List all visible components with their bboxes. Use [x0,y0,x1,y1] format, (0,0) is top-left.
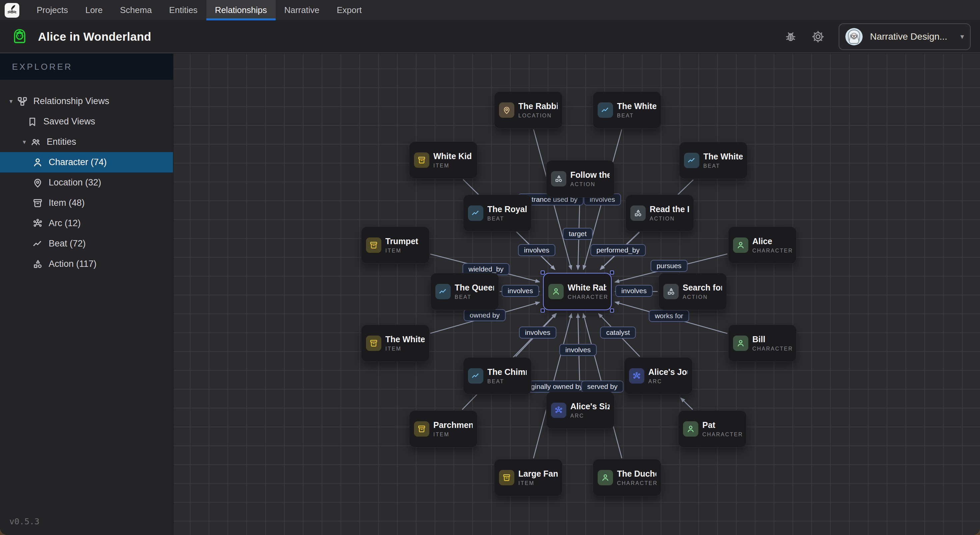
sidebar-item-arc-12[interactable]: Arc (12) [0,213,173,233]
node-title: White Kid Glov... [433,152,473,161]
node-type: ITEM [433,163,473,169]
sidebar-item-action-117[interactable]: Action (117) [0,254,173,274]
graph-node-wr-item[interactable]: The White Rab...ITEM [361,324,430,362]
selection-handle[interactable] [610,308,614,313]
nav-items: ProjectsLoreSchemaEntitiesRelationshipsN… [28,0,370,20]
graph-node-wr-beat-top[interactable]: The White Rab...BEAT [593,91,661,129]
graph-node-alices-journey[interactable]: Alice's Journe...ARC [624,357,693,394]
sidebar-item-label: Item (48) [49,198,85,208]
graph-node-read-the-form[interactable]: Read the Form...ACTION [625,195,694,232]
graph-node-white-rabbit[interactable]: White RabbitCHARACTER [543,273,612,310]
person-icon [683,421,698,437]
caret-down-icon[interactable]: ▾ [19,138,30,146]
settings-gear-icon[interactable] [811,30,825,43]
nav-tab-projects[interactable]: Projects [28,0,77,20]
graph-node-pat[interactable]: PatCHARACTER [678,410,747,448]
graph-node-duchess[interactable]: The DuchessCHARACTER [593,459,661,496]
trend-icon [468,206,483,221]
page-title: Alice in Wonderland [38,30,151,43]
sidebar-item-relationship-views[interactable]: ▾Relationship Views [0,91,173,112]
graph-node-white-kid-gloves[interactable]: White Kid Glov...ITEM [409,141,478,179]
sidebar-item-saved-views[interactable]: Saved Views [0,112,173,132]
sidebar-item-item-48[interactable]: Item (48) [0,193,173,213]
nav-tab-export[interactable]: Export [328,0,370,20]
selection-handle[interactable] [610,270,614,275]
graph-node-follow-the-white[interactable]: Follow the Whi...ACTION [546,160,615,198]
app-logo[interactable] [5,3,19,18]
person-icon [548,284,564,299]
node-type: ITEM [385,248,418,254]
sidebar-item-label: Action (117) [49,259,97,269]
graph-node-royal-procession[interactable]: The Royal Proc...BEAT [463,195,532,232]
graph-node-wr-beat-right[interactable]: The White Rab...BEAT [679,142,748,179]
sidebar-item-entities[interactable]: ▾Entities [0,132,173,152]
node-type: CHARACTER [752,248,792,254]
nav-tab-entities[interactable]: Entities [160,0,206,20]
users-icon [30,136,41,148]
workspace-dropdown[interactable]: Narrative Design... ▾ [838,23,970,50]
node-type: CHARACTER [617,480,656,486]
person-icon [733,238,748,253]
nav-tab-schema[interactable]: Schema [111,0,160,20]
shapes-icon [551,171,566,187]
node-title: Large Fan [518,469,558,479]
node-type: BEAT [487,216,527,222]
box-icon [366,335,381,351]
node-title: Trumpet [385,236,418,246]
graph-node-bill[interactable]: BillCHARACTER [728,324,797,362]
bug-icon[interactable] [784,30,797,43]
quill-book-logo-icon [6,3,18,18]
node-type: BEAT [455,294,494,300]
trend-icon [684,153,699,168]
node-title: Search for Fan... [682,283,722,292]
selection-handle[interactable] [541,308,545,313]
graph-node-chimney[interactable]: The Chimney I...BEAT [463,357,532,394]
graph-node-search-for-fan[interactable]: Search for Fan...ACTION [658,273,727,310]
app-version: v0.5.3 [10,517,39,526]
node-type: LOCATION [518,113,558,119]
user-avatar [845,28,863,45]
caret-down-icon[interactable]: ▾ [5,97,17,105]
node-type: BEAT [617,113,656,119]
sidebar-item-label: Arc (12) [49,218,81,228]
person-icon [733,335,748,351]
sidebar-item-character-74[interactable]: Character (74) [0,152,173,172]
graph-node-rabbit-hole[interactable]: The Rabbit HoleLOCATION [494,91,563,129]
box-icon [32,198,43,209]
node-title: The Queen's C... [455,283,494,292]
explorer-sidebar: EXPLORER ▾Relationship ViewsSaved Views▾… [0,54,173,535]
node-type: CHARACTER [752,346,792,352]
graph-canvas[interactable]: entrance used byinvolvestargetinvolvespe… [173,54,980,535]
graph-node-alice[interactable]: AliceCHARACTER [728,227,797,264]
pin-icon [499,102,514,118]
node-title: The Rabbit Hole [518,101,558,111]
nav-tab-lore[interactable]: Lore [77,0,111,20]
node-title: The Duchess [617,469,656,479]
graph-node-parchment[interactable]: Parchment Scr...ITEM [409,410,478,448]
sidebar-item-location-32[interactable]: Location (32) [0,172,173,193]
pin-icon [32,177,43,188]
trend-icon [598,102,613,118]
nav-tab-relationships[interactable]: Relationships [206,0,276,20]
graph-node-queens-croquet[interactable]: The Queen's C...BEAT [430,273,499,310]
person-icon [32,157,43,168]
sidebar-item-label: Beat (72) [49,238,86,249]
node-title: Read the Form... [650,204,689,214]
shapes-icon [630,206,646,221]
node-type: ITEM [433,431,473,438]
graph-node-alices-size[interactable]: Alice's Size Cri...ARC [546,391,615,429]
node-type: CHARACTER [702,431,742,438]
chevron-down-icon: ▾ [960,32,964,41]
sidebar-item-beat-72[interactable]: Beat (72) [0,233,173,254]
sidebar-item-label: Entities [47,137,76,147]
trend-icon [32,238,43,249]
trend-icon [468,368,483,383]
graph-node-large-fan[interactable]: Large FanITEM [494,459,563,496]
box-icon [499,470,514,485]
node-title: Follow the Whi... [570,170,610,180]
graph-node-trumpet[interactable]: TrumpetITEM [361,227,430,264]
box-icon [366,238,381,253]
selection-handle[interactable] [541,270,545,275]
node-type: ITEM [385,346,425,352]
nav-tab-narrative[interactable]: Narrative [276,0,328,20]
